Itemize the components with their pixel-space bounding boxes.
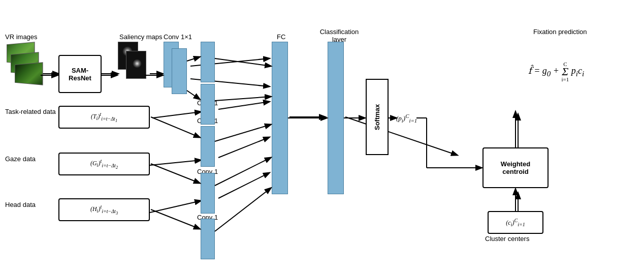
conv1-panel-task — [201, 126, 215, 167]
svg-line-10 — [218, 173, 269, 198]
svg-line-6 — [218, 102, 269, 109]
weighted-centroid-box: Weightedcentroid — [482, 147, 549, 188]
svg-line-25 — [187, 57, 200, 61]
svg-line-7 — [150, 160, 201, 165]
classification-label: Classificationlayer — [319, 28, 360, 43]
saliency-map-2 — [126, 51, 146, 79]
fc-label: FC — [277, 33, 285, 41]
cluster-centers-box: (ci)Ci=1 — [488, 211, 543, 234]
saliency-maps-label: Saliency maps — [119, 33, 163, 41]
svg-line-8 — [218, 137, 269, 158]
conv1x1-label: Conv 1×1 — [164, 33, 192, 41]
gaze-data-label: Gaze data — [5, 155, 36, 163]
head-formula-box: (Hi)ti=t−Δt3 — [58, 198, 150, 221]
pi-formula: (pi)Ci=1 — [396, 113, 417, 124]
conv1-panel-head — [201, 219, 215, 259]
svg-line-30 — [215, 58, 271, 66]
task-related-label: Task-related data — [5, 108, 56, 115]
svg-line-33 — [215, 158, 271, 186]
svg-line-28 — [151, 164, 200, 183]
svg-line-5 — [152, 112, 201, 118]
diagram: VR images SAM- ResNet Saliency maps Conv… — [0, 0, 644, 271]
conv1-panel-top — [201, 42, 215, 82]
svg-line-31 — [215, 97, 271, 101]
svg-line-34 — [215, 188, 271, 231]
conv1-panel-second — [201, 84, 215, 125]
svg-line-32 — [215, 125, 271, 141]
svg-line-26 — [187, 91, 200, 99]
vr-image-3 — [15, 62, 43, 85]
svg-line-9 — [150, 201, 201, 213]
vr-images — [5, 43, 41, 94]
svg-line-29 — [151, 209, 200, 229]
head-data-label: Head data — [5, 201, 36, 208]
vr-images-label: VR images — [5, 33, 38, 41]
sam-resnet-box: SAM- ResNet — [58, 55, 102, 93]
task-formula-box: (Ti)ti=t−Δt1 — [58, 106, 150, 129]
gaze-formula-box: (Gi)ti=t−Δt2 — [58, 153, 150, 175]
cluster-centers-label: Cluster centers — [485, 235, 529, 243]
svg-line-27 — [151, 117, 200, 137]
softmax-box: Softmax — [366, 79, 389, 155]
prediction-formula: f̂ = g0 + C Σ i=1 pici — [528, 61, 584, 82]
conv1x1-panel-front — [172, 48, 187, 94]
fixation-prediction-label: Fixation prediction — [533, 28, 587, 36]
fc-panel — [272, 42, 288, 194]
conv1-panel-gaze — [201, 173, 215, 214]
classification-panel — [328, 42, 344, 194]
